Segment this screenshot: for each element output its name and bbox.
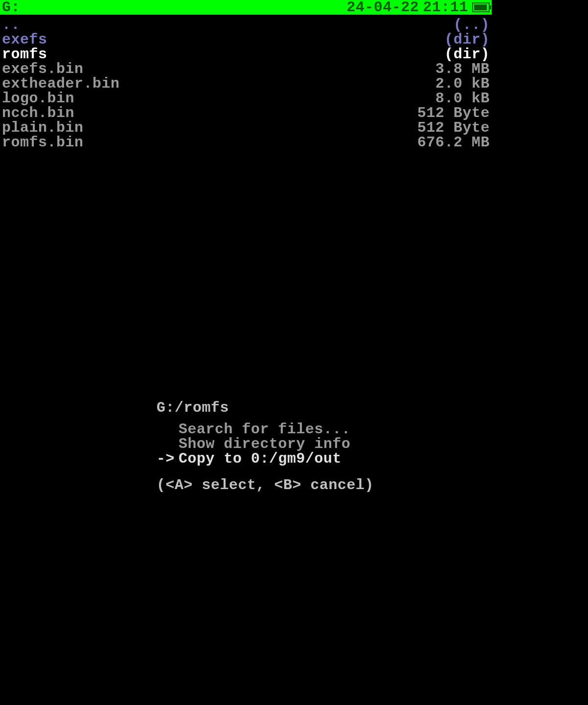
context-menu: G:/romfs Search for files...Show directo… [157,400,588,493]
file-row[interactable]: logo.bin8.0 kB [2,91,490,106]
file-name: .. [2,18,20,32]
file-name: exefs [2,32,47,47]
file-name: romfs [2,47,47,62]
menu-item-label: Search for files... [179,422,351,437]
menu-items: Search for files...Show directory info->… [157,422,588,466]
menu-arrow-icon: -> [157,451,179,466]
file-name: logo.bin [2,91,74,106]
menu-item[interactable]: Search for files... [157,422,588,437]
file-size: 512 Byte [417,120,490,135]
status-time: 21:11 [423,0,468,15]
file-name: ncch.bin [2,106,74,120]
file-row[interactable]: exefs(dir) [2,32,490,47]
drive-label: G: [2,0,20,15]
file-row[interactable]: romfs(dir) [2,47,490,62]
file-size: 8.0 kB [435,91,490,106]
file-row[interactable]: romfs.bin676.2 MB [2,135,490,150]
bottom-screen: G:/romfs Search for files...Show directo… [0,352,588,705]
menu-item[interactable]: Show directory info [157,437,588,451]
file-size: 3.8 MB [435,62,490,76]
file-row[interactable]: exefs.bin3.8 MB [2,62,490,76]
battery-icon [472,2,490,12]
file-name: romfs.bin [2,135,84,150]
status-date: 24-04-22 [346,0,419,15]
menu-item[interactable]: ->Copy to 0:/gm9/out [157,451,588,466]
status-bar: G: 24-04-22 21:11 [0,0,492,15]
file-row[interactable]: extheader.bin2.0 kB [2,76,490,91]
file-name: exefs.bin [2,62,84,76]
file-row[interactable]: plain.bin512 Byte [2,120,490,135]
file-size: (dir) [444,32,490,47]
top-screen: G: 24-04-22 21:11 ..(..)exefs(dir)romfs(… [0,0,492,352]
file-size: 512 Byte [417,106,490,120]
menu-item-label: Copy to 0:/gm9/out [179,451,341,466]
menu-path: G:/romfs [157,400,588,415]
file-size: (..) [453,18,490,32]
menu-hint: (<A> select, <B> cancel) [157,478,588,493]
file-size: (dir) [444,47,490,62]
status-right: 24-04-22 21:11 [346,0,490,15]
menu-item-label: Show directory info [179,437,351,451]
file-row[interactable]: ..(..) [2,18,490,32]
file-name: extheader.bin [2,76,120,91]
file-size: 676.2 MB [417,135,490,150]
file-size: 2.0 kB [435,76,490,91]
file-name: plain.bin [2,120,84,135]
file-list: ..(..)exefs(dir)romfs(dir)exefs.bin3.8 M… [0,15,492,150]
file-row[interactable]: ncch.bin512 Byte [2,106,490,120]
